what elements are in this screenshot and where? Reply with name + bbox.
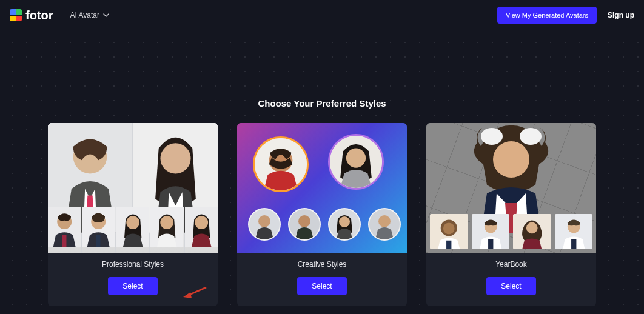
svg-rect-9 [96, 235, 101, 247]
svg-point-27 [378, 215, 391, 227]
svg-point-33 [443, 223, 455, 235]
style-preview-yearbook [426, 123, 596, 253]
header: fotor AI Avatar View My Generated Avatar… [0, 0, 644, 30]
svg-point-15 [195, 216, 208, 229]
select-button-creative[interactable]: Select [297, 277, 346, 295]
svg-point-21 [258, 215, 270, 227]
style-title-professional: Professional Styles [102, 260, 164, 269]
svg-rect-6 [62, 235, 67, 247]
svg-point-3 [160, 143, 190, 173]
style-title-yearbook: YearBook [495, 260, 527, 269]
brand-logo[interactable]: fotor [10, 8, 53, 22]
header-left: fotor AI Avatar [10, 8, 109, 22]
style-title-creative: Creative Styles [298, 260, 347, 269]
nav-label: AI Avatar [70, 11, 99, 19]
svg-point-29 [520, 128, 542, 145]
style-cards: Professional Styles Select [0, 123, 644, 306]
content: Choose Your Preferred Styles [0, 30, 644, 306]
nav-ai-avatar[interactable]: AI Avatar [70, 11, 109, 19]
svg-point-25 [339, 216, 350, 227]
svg-point-11 [126, 216, 139, 229]
style-card-professional: Professional Styles Select [48, 123, 218, 306]
style-preview-professional [48, 123, 218, 253]
style-card-yearbook: YearBook Select [426, 123, 596, 306]
svg-point-13 [161, 216, 174, 229]
brand-name: fotor [25, 8, 53, 22]
select-button-yearbook[interactable]: Select [486, 277, 535, 295]
style-card-creative: Creative Styles Select [237, 123, 407, 306]
signup-link[interactable]: Sign up [608, 11, 634, 19]
svg-point-30 [493, 141, 529, 178]
svg-point-28 [481, 128, 503, 145]
view-avatars-button[interactable]: View My Generated Avatars [497, 7, 597, 24]
svg-point-37 [526, 222, 538, 234]
style-preview-creative [237, 123, 407, 253]
svg-point-19 [346, 148, 366, 167]
svg-point-23 [298, 215, 310, 227]
chevron-down-icon [103, 13, 109, 17]
header-right: View My Generated Avatars Sign up [497, 7, 634, 24]
page-title: Choose Your Preferred Styles [0, 98, 644, 109]
fotor-logo-icon [10, 9, 22, 21]
select-button-professional[interactable]: Select [108, 277, 157, 295]
